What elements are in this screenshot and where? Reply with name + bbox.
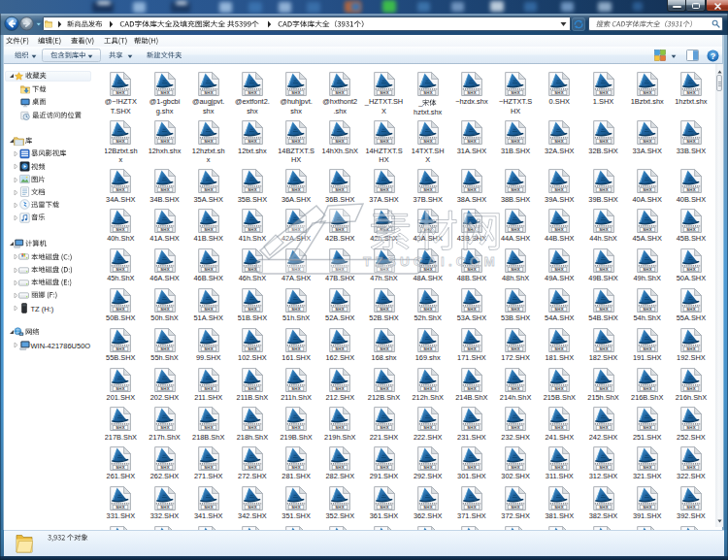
- svg-text:?: ?: [711, 50, 716, 60]
